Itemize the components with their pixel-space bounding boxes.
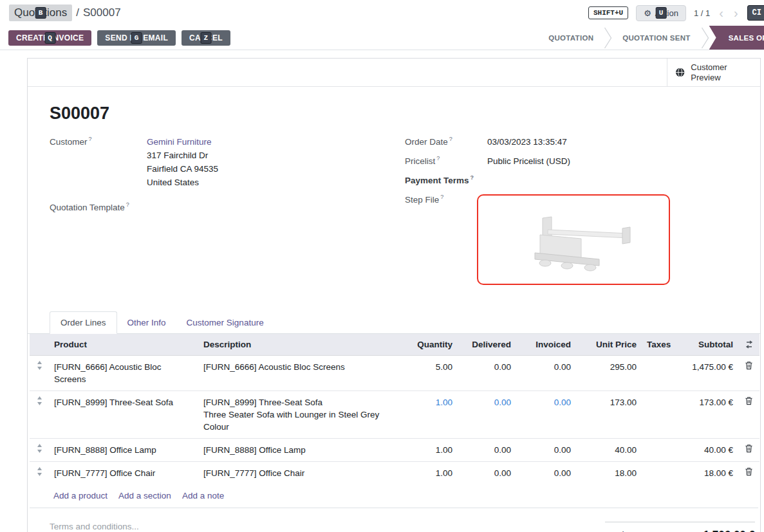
pricelist-label: Pricelist? (405, 154, 487, 166)
breadcrumb-current: S00007 (83, 6, 121, 19)
table-row[interactable]: [FURN_6666] Acoustic Bloc Screens[FURN_6… (30, 355, 759, 390)
keyboard-hint: Z (200, 32, 211, 44)
top-controls: SHIFT+U ⚙ Action U 1 / 1 ‹ › CI (588, 5, 758, 21)
cell-product[interactable]: [FURN_8888] Office Lamp (49, 438, 198, 461)
delete-row-icon[interactable] (745, 396, 753, 405)
cell-unit-price[interactable]: 295.00 (576, 355, 642, 390)
drag-handle[interactable] (30, 355, 49, 390)
column-taxes[interactable]: Taxes (642, 334, 670, 356)
cancel-button[interactable]: CANCELZ (182, 30, 230, 46)
delete-row-button[interactable] (738, 355, 759, 390)
create-invoice-button[interactable]: CREATE INVOICEQ (8, 30, 91, 46)
column-invoiced[interactable]: Invoiced (516, 334, 576, 356)
table-header-row: Product Description Quantity Delivered I… (30, 334, 759, 356)
delete-row-button[interactable] (738, 461, 759, 484)
cell-unit-price[interactable]: 40.00 (576, 438, 642, 461)
cell-product[interactable]: [FURN_8999] Three-Seat Sofa (49, 390, 198, 438)
address-line: 317 Fairchild Dr (147, 149, 218, 162)
order-lines-table: Product Description Quantity Delivered I… (30, 334, 759, 484)
keyboard-hint-edge[interactable]: CI (747, 5, 764, 21)
customer-preview-button[interactable]: Customer Preview (667, 59, 760, 86)
cell-invoiced[interactable]: 0.00 (516, 355, 576, 390)
cell-taxes[interactable] (642, 390, 670, 438)
column-description[interactable]: Description (198, 334, 396, 356)
customer-label: Customer? (50, 135, 147, 147)
tab-customer-signature[interactable]: Customer Signature (176, 312, 274, 333)
bottom-section: Terms and conditions... Total: 1,706.00 … (28, 508, 760, 532)
cell-invoiced[interactable]: 0.00 (516, 461, 576, 484)
cell-unit-price[interactable]: 173.00 (576, 390, 642, 438)
status-step-quotation[interactable]: QUOTATION (538, 26, 604, 50)
drag-handle[interactable] (30, 390, 49, 438)
cell-description[interactable]: [FURN_8888] Office Lamp (198, 438, 396, 461)
cell-taxes[interactable] (642, 355, 670, 390)
delete-row-icon[interactable] (745, 361, 753, 370)
delete-row-icon[interactable] (745, 444, 753, 453)
breadcrumb-quotations[interactable]: Quotations B (9, 5, 72, 21)
total-box: Total: 1,706.00 € (605, 522, 755, 532)
column-delivered[interactable]: Delivered (458, 334, 516, 356)
cell-description[interactable]: [FURN_7777] Office Chair (198, 461, 396, 484)
gear-icon: ⚙ (644, 8, 651, 18)
pager-previous-icon[interactable]: ‹ (718, 6, 725, 19)
customer-link[interactable]: Gemini Furniture (147, 137, 212, 147)
order-date-value[interactable]: 03/03/2023 13:35:47 (487, 135, 567, 149)
step-file-image[interactable] (477, 194, 670, 285)
cell-description[interactable]: [FURN_6666] Acoustic Bloc Screens (198, 355, 396, 390)
table-footer-links: Add a productAdd a sectionAdd a note (30, 484, 758, 508)
column-quantity[interactable]: Quantity (396, 334, 458, 356)
cell-delivered[interactable]: 0.00 (458, 461, 516, 484)
cell-taxes[interactable] (642, 438, 670, 461)
help-icon: ? (440, 194, 443, 200)
cell-subtotal: 18.00 € (670, 461, 738, 484)
optional-columns-icon[interactable] (745, 340, 754, 349)
help-icon: ? (449, 136, 452, 142)
column-subtotal[interactable]: Subtotal (670, 334, 738, 356)
cell-product[interactable]: [FURN_7777] Office Chair (49, 461, 198, 484)
field-customer: Customer? Gemini Furniture 317 Fairchild… (50, 135, 405, 189)
keyboard-hint: G (131, 32, 142, 44)
terms-input[interactable]: Terms and conditions... (50, 522, 139, 531)
tab-order-lines[interactable]: Order Lines (50, 311, 117, 334)
cell-description[interactable]: [FURN_8999] Three-Seat SofaThree Seater … (198, 390, 396, 438)
add-a-note-link[interactable]: Add a note (182, 491, 224, 500)
quotation-template-label: Quotation Template? (50, 201, 147, 212)
action-menu-button[interactable]: ⚙ Action U (636, 5, 686, 21)
top-bar: Quotations B / S00007 SHIFT+U ⚙ Action U… (0, 0, 764, 26)
cell-unit-price[interactable]: 18.00 (576, 461, 642, 484)
drag-handle[interactable] (30, 461, 49, 484)
send-by-email-button[interactable]: SEND BY EMAILG (97, 30, 176, 46)
order-lines-body: [FURN_6666] Acoustic Bloc Screens[FURN_6… (30, 355, 759, 484)
column-unit-price[interactable]: Unit Price (576, 334, 642, 356)
field-order-date: Order Date? 03/03/2023 13:35:47 (405, 135, 738, 149)
drag-handle[interactable] (30, 438, 49, 461)
cell-taxes[interactable] (642, 461, 670, 484)
cell-invoiced[interactable]: 0.00 (516, 438, 576, 461)
tab-other-info[interactable]: Other Info (117, 312, 176, 333)
add-a-section-link[interactable]: Add a section (118, 491, 171, 500)
cell-delivered[interactable]: 0.00 (458, 390, 516, 438)
status-step-sales-order[interactable]: SALES ORDER (709, 26, 764, 50)
table-row[interactable]: [FURN_8888] Office Lamp[FURN_8888] Offic… (30, 438, 759, 461)
help-icon: ? (89, 136, 92, 142)
column-product[interactable]: Product (49, 334, 198, 356)
table-row[interactable]: [FURN_8999] Three-Seat Sofa[FURN_8999] T… (30, 390, 759, 438)
cell-invoiced[interactable]: 0.00 (516, 390, 576, 438)
delete-row-button[interactable] (738, 438, 759, 461)
cell-product[interactable]: [FURN_6666] Acoustic Bloc Screens (49, 355, 198, 390)
shortcut-badge: SHIFT+U (588, 6, 628, 19)
cell-quantity[interactable]: 1.00 (396, 390, 458, 438)
table-row[interactable]: [FURN_7777] Office Chair[FURN_7777] Offi… (30, 461, 759, 484)
cell-quantity[interactable]: 5.00 (396, 355, 458, 390)
delete-row-button[interactable] (738, 390, 759, 438)
cell-quantity[interactable]: 1.00 (396, 438, 458, 461)
keyboard-hint: Q (44, 32, 55, 44)
add-a-product-link[interactable]: Add a product (53, 491, 107, 500)
cell-delivered[interactable]: 0.00 (458, 355, 516, 390)
status-step-quotation-sent[interactable]: QUOTATION SENT (612, 26, 700, 50)
cell-delivered[interactable]: 0.00 (458, 438, 516, 461)
delete-row-icon[interactable] (745, 467, 753, 476)
cell-quantity[interactable]: 1.00 (396, 461, 458, 484)
pager-next-icon[interactable]: › (732, 6, 740, 19)
pricelist-value[interactable]: Public Pricelist (USD) (487, 154, 570, 168)
